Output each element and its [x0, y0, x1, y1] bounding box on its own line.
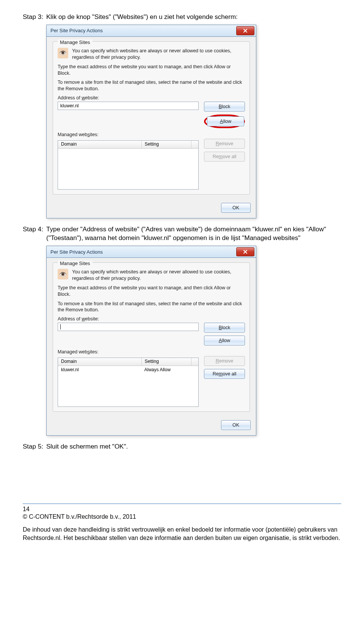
page-number: 14 — [23, 506, 341, 513]
step-5: Stap 5: Sluit de schermen met "OK". — [23, 443, 341, 451]
list-item[interactable]: kluwer.nl Always Allow — [58, 366, 198, 373]
remove-all-button: Remove all — [204, 152, 245, 162]
instruction-2: To remove a site from the list of manage… — [58, 79, 245, 92]
cell-setting: Always Allow — [141, 367, 199, 372]
managed-label: Managed websites: — [58, 349, 245, 355]
privacy-eye-icon: 👁️ — [58, 269, 68, 279]
caret-icon — [60, 324, 61, 330]
privacy-dialog-2: Per Site Privacy Actions Manage Sites 👁️… — [46, 246, 256, 436]
address-input[interactable] — [58, 102, 199, 110]
step-3: Stap 3: Klik op de knop "Sites" ("Websit… — [23, 13, 341, 22]
highlight-ring: Allow — [204, 115, 245, 128]
privacy-eye-icon: 👁️ — [58, 48, 68, 58]
copyright: © C-CONTENT b.v./Rechtsorde b.v., 2011 — [23, 513, 341, 520]
cell-domain: kluwer.nl — [58, 367, 141, 372]
step-label: Stap 4: — [23, 225, 46, 243]
address-input[interactable] — [58, 323, 199, 331]
dialog-title: Per Site Privacy Actions — [50, 28, 103, 33]
step-label: Stap 3: — [23, 13, 46, 22]
ok-button[interactable]: OK — [221, 420, 251, 430]
address-label: Address of website: — [58, 95, 245, 100]
privacy-dialog-1: Per Site Privacy Actions Manage Sites 👁️… — [46, 25, 256, 218]
managed-label: Managed websites: — [58, 132, 245, 137]
managed-listbox[interactable]: Domain Setting — [58, 140, 199, 190]
ok-button[interactable]: OK — [221, 203, 251, 213]
col-setting[interactable]: Setting — [142, 141, 192, 148]
allow-button[interactable]: Allow — [204, 336, 245, 345]
titlebar: Per Site Privacy Actions — [47, 246, 256, 258]
disclaimer: De inhoud van deze handleiding is strikt… — [23, 526, 341, 542]
step-label: Stap 5: — [23, 443, 46, 451]
step-text: Sluit de schermen met "OK". — [46, 443, 341, 451]
help-text: You can specify which websites are alway… — [72, 269, 245, 282]
step-text: Klik op de knop "Sites" ("Websites") en … — [46, 13, 341, 22]
manage-sites-group: Manage Sites 👁️ You can specify which we… — [53, 262, 250, 412]
list-header: Domain Setting — [58, 358, 198, 366]
close-icon — [243, 28, 248, 33]
help-text: You can specify which websites are alway… — [72, 48, 245, 61]
col-domain[interactable]: Domain — [58, 358, 142, 366]
instruction-1: Type the exact address of the website yo… — [58, 64, 245, 77]
instruction-2: To remove a site from the list of manage… — [58, 301, 245, 314]
block-button[interactable]: Block — [204, 102, 245, 111]
remove-button: Remove — [204, 139, 245, 149]
address-label: Address of website: — [58, 316, 245, 322]
step-4: Stap 4: Type onder "Address of website" … — [23, 225, 341, 243]
close-button[interactable] — [236, 26, 254, 35]
remove-all-button[interactable]: Remove all — [204, 369, 245, 379]
instruction-1: Type the exact address of the website yo… — [58, 285, 245, 298]
close-icon — [243, 250, 248, 254]
dialog-title: Per Site Privacy Actions — [50, 249, 103, 255]
remove-button: Remove — [204, 356, 245, 366]
close-button[interactable] — [236, 247, 254, 256]
col-setting[interactable]: Setting — [142, 358, 192, 366]
group-legend: Manage Sites — [58, 39, 93, 45]
col-domain[interactable]: Domain — [58, 141, 142, 148]
manage-sites-group: Manage Sites 👁️ You can specify which we… — [53, 41, 250, 195]
allow-button[interactable]: Allow — [207, 116, 244, 126]
page-footer: 14 © C-CONTENT b.v./Rechtsorde b.v., 201… — [23, 504, 341, 542]
block-button[interactable]: Block — [204, 323, 245, 333]
managed-listbox[interactable]: Domain Setting kluwer.nl Always Allow — [58, 358, 199, 407]
group-legend: Manage Sites — [58, 261, 93, 266]
step-text: Type onder "Address of website" ("Adres … — [46, 225, 341, 243]
titlebar: Per Site Privacy Actions — [47, 25, 256, 37]
list-header: Domain Setting — [58, 141, 198, 149]
